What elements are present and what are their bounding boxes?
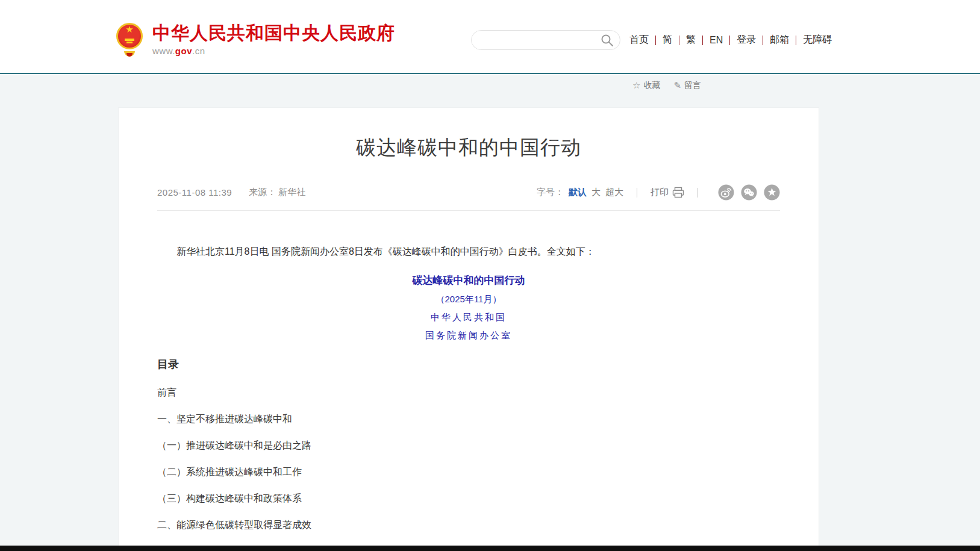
font-size-label: 字号： (537, 187, 564, 198)
message-button[interactable]: ✎ 留言 (673, 80, 701, 91)
favorite-label: 收藏 (643, 80, 660, 91)
emblem-gate (125, 39, 134, 41)
font-size-large[interactable]: 大 (591, 187, 601, 198)
toc-item: （三）构建碳达峰碳中和政策体系 (157, 493, 780, 504)
source-value[interactable]: 新华社 (278, 187, 305, 198)
nav-traditional[interactable]: 繁 (686, 34, 696, 46)
toc-item: 二、能源绿色低碳转型取得显著成效 (157, 520, 780, 531)
nav-separator (679, 36, 679, 45)
top-nav: 首页简繁EN登录邮箱无障碍 (629, 34, 832, 46)
intro-paragraph: 新华社北京11月8日电 国务院新闻办公室8日发布《碳达峰碳中和的中国行动》白皮书… (157, 244, 780, 259)
wechat-share-icon[interactable] (741, 184, 757, 201)
brand-text: 中华人民共和国中央人民政府 www.gov.cn (152, 23, 395, 56)
meta-separator (698, 188, 698, 198)
share-icons (711, 184, 780, 201)
toc-item: （一）推进碳达峰碳中和是必由之路 (157, 440, 780, 451)
printer-icon (672, 187, 684, 198)
nav-english[interactable]: EN (710, 35, 723, 46)
article-title: 碳达峰碳中和的中国行动 (157, 134, 780, 161)
article-meta-row: 2025-11-08 11:39 来源： 新华社 字号： 默认 大 超大 打印 (157, 184, 780, 211)
nav-separator (702, 36, 703, 45)
site-url-www: www. (152, 46, 175, 56)
print-label: 打印 (651, 187, 669, 198)
site-header: ★ 中华人民共和国中央人民政府 www.gov.cn 首页简繁EN登录邮箱无障碍 (0, 0, 980, 74)
nav-separator (655, 36, 656, 45)
document-date-line: （2025年11月） (157, 294, 780, 305)
nav-separator (796, 36, 796, 45)
nav-home[interactable]: 首页 (629, 34, 649, 46)
page: ★ 中华人民共和国中央人民政府 www.gov.cn 首页简繁EN登录邮箱无障碍 (0, 0, 980, 551)
star-share-icon[interactable] (764, 184, 780, 201)
toc-item: 前言 (157, 387, 780, 398)
toc-item: 一、坚定不移推进碳达峰碳中和 (157, 414, 780, 425)
brand[interactable]: ★ 中华人民共和国中央人民政府 www.gov.cn (116, 23, 395, 58)
article-body: 新华社北京11月8日电 国务院新闻办公室8日发布《碳达峰碳中和的中国行动》白皮书… (157, 244, 780, 551)
emblem-star-icon: ★ (116, 25, 143, 34)
nav-login[interactable]: 登录 (737, 34, 756, 46)
font-size-default[interactable]: 默认 (569, 187, 587, 198)
meta-right: 字号： 默认 大 超大 打印 (537, 184, 780, 201)
page-body: ☆ 收藏 ✎ 留言 碳达峰碳中和的中国行动 2025-11-08 11:39 来… (0, 75, 980, 551)
toc-item: （二）系统推进碳达峰碳中和工作 (157, 467, 780, 478)
meta-left: 2025-11-08 11:39 来源： 新华社 (157, 187, 305, 198)
emblem-gate-base (126, 42, 133, 43)
weibo-share-icon[interactable] (718, 184, 734, 201)
toc-heading: 目录 (157, 357, 780, 372)
document-org-line-2: 国务院新闻办公室 (157, 330, 780, 341)
site-url-gov: gov (175, 46, 192, 56)
nav-separator (729, 36, 730, 45)
meta-separator (637, 188, 637, 198)
search-icon[interactable] (601, 34, 614, 47)
search-box[interactable] (471, 30, 620, 50)
favorite-button[interactable]: ☆ 收藏 (632, 80, 660, 91)
pencil-icon: ✎ (673, 80, 681, 91)
source-label: 来源： (249, 187, 276, 198)
publish-date: 2025-11-08 11:39 (157, 187, 232, 198)
font-size-xlarge[interactable]: 超大 (605, 187, 623, 198)
bottom-edge-bar (0, 546, 980, 551)
nav-accessibility[interactable]: 无障碍 (803, 34, 832, 46)
document-title: 碳达峰碳中和的中国行动 (157, 273, 780, 287)
site-title: 中华人民共和国中央人民政府 (152, 23, 395, 43)
site-url-cn: .cn (192, 46, 205, 56)
print-button[interactable]: 打印 (651, 187, 684, 198)
message-label: 留言 (684, 80, 701, 91)
article-card: 碳达峰碳中和的中国行动 2025-11-08 11:39 来源： 新华社 字号：… (118, 107, 819, 551)
nav-separator (763, 36, 763, 45)
star-outline-icon: ☆ (632, 80, 640, 91)
nav-mail[interactable]: 邮箱 (770, 34, 789, 46)
national-emblem-icon: ★ (116, 23, 144, 58)
site-url[interactable]: www.gov.cn (152, 46, 395, 56)
nav-simplified[interactable]: 简 (663, 34, 672, 46)
document-org-line-1: 中华人民共和国 (157, 312, 780, 323)
quick-actions: ☆ 收藏 ✎ 留言 (632, 80, 714, 91)
search-input[interactable] (472, 31, 601, 49)
